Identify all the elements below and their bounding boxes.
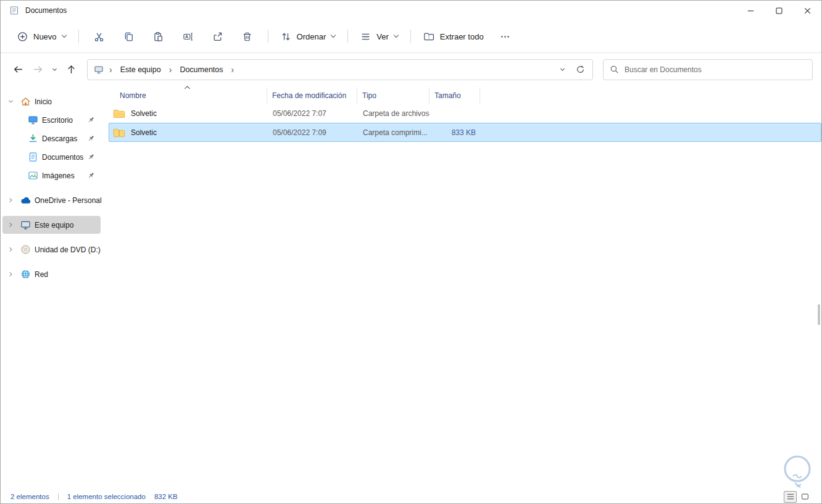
column-label: Nombre (109, 91, 146, 100)
scrollbar-thumb[interactable] (818, 304, 820, 325)
chevron-right-icon[interactable] (7, 197, 14, 204)
pin-icon (87, 171, 95, 180)
new-button-label: Nuevo (33, 32, 57, 41)
close-button[interactable] (793, 1, 821, 20)
sidebar-item-label: Imágenes (42, 171, 75, 180)
sidebar-item-label: Unidad de DVD (D:) (35, 246, 101, 254)
chevron-down-icon (394, 33, 399, 38)
rename-button[interactable] (177, 25, 199, 48)
sidebar-item-imagenes[interactable]: Imágenes (2, 167, 101, 184)
chevron-right-icon[interactable] (7, 271, 14, 278)
toolbar-separator (268, 30, 268, 43)
zip-folder-icon (113, 128, 125, 138)
recent-locations-button[interactable] (48, 60, 61, 80)
sort-button-label: Ordenar (297, 32, 326, 41)
column-label: Tipo (357, 91, 376, 100)
this-pc-icon (20, 220, 31, 230)
more-options-button[interactable] (494, 25, 517, 48)
paste-button[interactable] (147, 25, 170, 48)
copy-button[interactable] (118, 25, 140, 48)
address-dropdown-icon[interactable] (559, 66, 566, 73)
up-button[interactable] (61, 60, 81, 80)
forward-button[interactable] (28, 60, 48, 80)
sidebar-item-este-equipo[interactable]: Este equipo (2, 216, 101, 234)
column-header-nombre[interactable]: Nombre (109, 88, 267, 104)
plus-circle-icon (17, 31, 28, 42)
navigation-bar: › Este equipo › Documentos › (1, 53, 821, 86)
rename-icon (183, 31, 193, 42)
file-size: 833 KB (430, 128, 481, 137)
sidebar-item-inicio[interactable]: Inicio (2, 93, 101, 110)
view-button-label: Ver (376, 32, 389, 41)
desktop-icon (28, 115, 38, 125)
column-label: Fecha de modificación (267, 91, 346, 100)
chevron-down-icon (331, 33, 336, 38)
delete-button[interactable] (236, 25, 259, 48)
breadcrumb-documents[interactable]: Documentos (177, 64, 225, 76)
minimize-button[interactable] (736, 1, 765, 20)
column-header-fecha[interactable]: Fecha de modificación (267, 88, 357, 104)
refresh-icon[interactable] (576, 65, 585, 74)
location-icon (94, 65, 104, 75)
column-headers: Nombre Fecha de modificación Tipo Tamaño (109, 86, 821, 104)
pin-icon (87, 116, 95, 124)
share-button[interactable] (207, 25, 229, 48)
back-button[interactable] (8, 60, 28, 80)
sidebar-item-onedrive[interactable]: OneDrive - Personal (2, 191, 101, 209)
share-icon (212, 31, 223, 42)
file-date: 05/06/2022 7:07 (268, 109, 358, 118)
search-box (603, 59, 813, 80)
sort-ascending-icon (184, 85, 191, 90)
folder-icon (113, 109, 125, 118)
file-row-selected[interactable]: Solvetic 05/06/2022 7:09 Carpeta comprim… (109, 123, 821, 142)
trash-icon (242, 31, 252, 42)
maximize-button[interactable] (765, 1, 793, 20)
chevron-right-icon[interactable] (7, 221, 14, 228)
sidebar-item-red[interactable]: Red (2, 265, 101, 283)
chevron-down-icon[interactable] (7, 98, 14, 105)
selection-info: 1 elemento seleccionado (67, 493, 146, 500)
chevron-right-icon[interactable] (7, 246, 14, 253)
file-row[interactable]: Solvetic 05/06/2022 7:07 Carpeta de arch… (109, 104, 821, 123)
breadcrumb-this-pc[interactable]: Este equipo (118, 64, 164, 76)
sidebar-item-label: Este equipo (35, 221, 73, 229)
file-explorer-window: Documentos Nuevo Ordenar Ver (0, 0, 822, 504)
navigation-pane: Inicio Escritorio Descargas Documentos I… (1, 86, 102, 490)
network-icon (20, 269, 31, 279)
list-lines-icon (360, 31, 371, 42)
sidebar-item-descargas[interactable]: Descargas (2, 130, 101, 147)
clipboard-icon (153, 31, 164, 42)
lightbulb-watermark (778, 453, 815, 494)
address-bar[interactable]: › Este equipo › Documentos › (87, 59, 593, 80)
view-button[interactable]: Ver (354, 25, 405, 48)
new-button[interactable]: Nuevo (10, 25, 73, 48)
cut-button[interactable] (88, 25, 110, 48)
sort-arrows-icon (281, 31, 291, 42)
toolbar-separator (410, 30, 411, 43)
titlebar: Documentos (1, 1, 821, 20)
sidebar-item-label: Inicio (35, 97, 52, 106)
pictures-icon (28, 170, 38, 181)
sidebar-item-label: Red (35, 270, 48, 279)
chevron-down-icon (61, 33, 66, 38)
explorer-body: Inicio Escritorio Descargas Documentos I… (1, 86, 821, 490)
copy-icon (123, 31, 134, 42)
extract-all-label: Extraer todo (440, 32, 484, 41)
sort-button[interactable]: Ordenar (274, 25, 342, 48)
sidebar-item-escritorio[interactable]: Escritorio (2, 111, 101, 129)
column-header-tamano[interactable]: Tamaño (430, 88, 480, 104)
sidebar-item-documentos[interactable]: Documentos (2, 148, 101, 166)
extract-all-button[interactable]: Extraer todo (417, 25, 491, 48)
sidebar-item-label: Escritorio (42, 116, 73, 125)
home-icon (20, 96, 31, 107)
file-type: Carpeta comprimi... (358, 128, 430, 137)
scissors-icon (94, 31, 104, 42)
command-bar: Nuevo Ordenar Ver Extraer todo (1, 20, 821, 53)
toolbar-separator (347, 30, 348, 43)
column-header-tipo[interactable]: Tipo (357, 88, 430, 104)
statusbar-divider (58, 493, 59, 500)
search-input[interactable] (625, 65, 806, 74)
dvd-icon (20, 244, 31, 255)
file-date: 05/06/2022 7:09 (268, 128, 358, 137)
sidebar-item-dvd[interactable]: Unidad de DVD (D:) (2, 241, 101, 258)
